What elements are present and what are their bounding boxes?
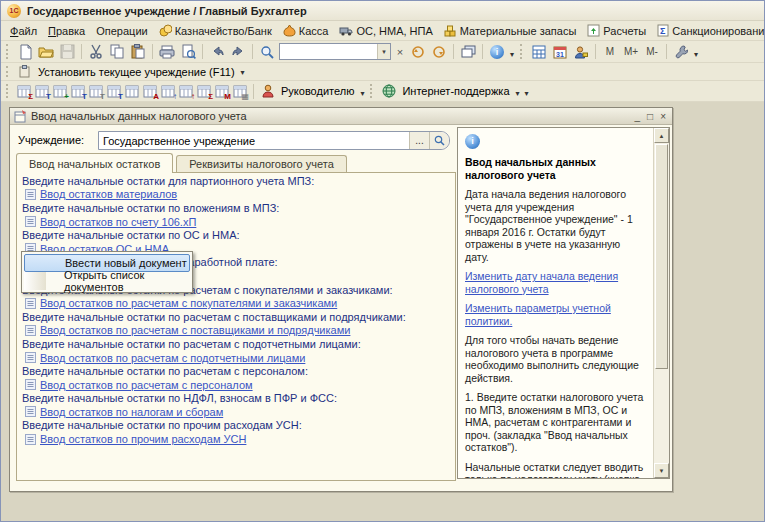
memory-minus-button[interactable]: M- [642,43,662,60]
internet-support-button[interactable] [379,83,398,100]
section-link-row: Ввод остатков по счету 106.хП [19,215,453,229]
help-paragraph: 1. Введите остатки налогового учета по М… [465,391,646,454]
calculator-button[interactable] [529,42,549,61]
settings-button[interactable] [671,42,691,61]
separator [253,84,254,99]
cut-button[interactable] [86,42,106,61]
new-document-button[interactable] [15,42,35,61]
scroll-down-arrow[interactable]: ▼ [654,463,669,478]
balance-entry-link[interactable]: Ввод остатков материалов [40,188,177,200]
open-institution-button[interactable] [429,132,449,149]
clear-search-button[interactable] [393,43,407,60]
mdi-workspace: Ввод начальных данных налогового учета _… [1,102,764,521]
report-button[interactable]: Т [33,83,51,100]
menu-inventory[interactable]: Материальные запасы [439,23,582,39]
choose-button[interactable]: ... [409,132,429,149]
toolbar-grip[interactable] [520,44,525,59]
menu-cash[interactable]: Касса [278,22,334,39]
truck-icon [339,25,353,37]
report-button[interactable]: ▦ [231,83,249,100]
info-dropdown-arrow[interactable] [508,48,516,62]
window-list-button[interactable] [458,42,478,61]
toolbar-grip[interactable] [6,84,11,98]
report-button[interactable] [123,83,141,100]
copy-button[interactable] [107,42,127,61]
help-scrollbar[interactable]: ▲ ▼ [653,128,669,478]
institution-input[interactable] [99,132,409,149]
calendar-button[interactable]: 31 [550,42,570,61]
toolbar-grip[interactable] [6,66,11,77]
balance-entry-link[interactable]: Ввод остатков по прочим расходам УСН [40,433,246,445]
report-button[interactable]: Σ [15,83,33,100]
report-button[interactable]: А [141,83,159,100]
menu-treasury-bank[interactable]: Казначейство/Банк [154,22,277,39]
internet-dropdown-arrow[interactable] [514,87,522,101]
search-button[interactable] [257,42,277,61]
menu-bar: Файл Правка Операции Казначейство/Банк К… [1,21,764,41]
menu-file[interactable]: Файл [5,23,42,39]
menu-edit[interactable]: Правка [43,23,90,39]
balance-entry-link[interactable]: Ввод остатков по налогам и сборам [40,406,223,418]
change-start-date-link[interactable]: Изменить дату начала ведения налогового … [465,270,646,295]
balance-entry-link[interactable]: Ввод остатков по расчетам с подотчетными… [40,352,305,364]
redo-button[interactable] [228,42,248,61]
report-button[interactable]: М [213,83,231,100]
report-button[interactable]: + [51,83,69,100]
search-dropdown-arrow[interactable] [377,44,390,59]
menu-fixed-assets[interactable]: ОС, НМА, НПА [334,23,437,39]
new-page-icon [18,44,33,60]
toolbar-overflow-arrow[interactable] [239,66,247,80]
memory-plus-button[interactable]: M+ [621,43,641,60]
scroll-track[interactable] [654,370,669,463]
tab-tax-details[interactable]: Реквизиты налогового учета [176,155,347,173]
manager-button[interactable] [258,83,277,100]
find-previous-button[interactable] [408,42,428,61]
report-button[interactable]: Т [105,83,123,100]
tab-initial-balances[interactable]: Ввод начальных остатков [16,153,173,173]
child-window-titlebar[interactable]: Ввод начальных данных налогового учета _… [10,108,672,125]
internet-support-label[interactable]: Интернет-поддержка [399,85,512,97]
report-button[interactable]: Т [69,83,87,100]
toolbar-grip[interactable] [370,84,375,98]
memory-m-button[interactable]: M [600,43,620,60]
change-accounting-policy-link[interactable]: Изменить параметры учетной политики. [465,302,646,327]
menu-operations[interactable]: Операции [91,23,152,39]
balance-entry-link[interactable]: Ввод остатков по расчетам с покупателями… [40,297,337,309]
menu-item-open-list[interactable]: Открыть список документов [24,272,190,290]
print-button[interactable] [157,42,177,61]
preview-button[interactable] [178,42,198,61]
report-button[interactable]: ↑ [159,83,177,100]
scroll-thumb[interactable] [655,144,668,369]
set-institution-button[interactable] [15,63,34,80]
manager-dropdown-arrow[interactable] [358,87,366,101]
user-permissions-button[interactable] [571,42,591,61]
toolbar-grip[interactable] [6,44,11,59]
balance-entry-link[interactable]: Ввод остатков по расчетам с персоналом [40,379,253,391]
minimize-button[interactable]: _ [635,111,641,122]
institution-field: ... [98,131,450,150]
toolbar-overflow-arrow[interactable] [523,87,531,101]
scroll-up-arrow[interactable]: ▲ [654,128,669,143]
paste-button[interactable] [128,42,148,61]
report-button[interactable]: Σ [195,83,213,100]
undo-button[interactable] [207,42,227,61]
close-button[interactable]: × [660,111,666,122]
report-button[interactable]: ↑ [177,83,195,100]
manager-label[interactable]: Руководителю [278,85,357,97]
find-next-button[interactable] [429,42,449,61]
settings-dropdown-arrow[interactable] [692,48,700,62]
menu-settlements[interactable]: Расчеты [582,22,651,39]
balance-entry-link[interactable]: Ввод остатков по расчетам с поставщиками… [40,324,350,336]
maximize-button[interactable]: □ [647,111,653,122]
calendar-icon: 31 [553,45,567,59]
balance-entry-link[interactable]: Ввод остатков по счету 106.хП [40,216,196,228]
search-input[interactable] [280,45,376,59]
save-button[interactable] [57,42,77,61]
arrows-icon [587,24,600,37]
set-institution-label[interactable]: Установить текущее учреждение (F11) [35,66,238,78]
open-button[interactable] [36,42,56,61]
menu-sanctioning[interactable]: Σ Санкционирование [652,22,764,39]
report-button[interactable]: Т [87,83,105,100]
service-info-button[interactable]: i [487,42,507,61]
help-paragraph: Начальные остатки следует вводить только… [465,461,646,479]
